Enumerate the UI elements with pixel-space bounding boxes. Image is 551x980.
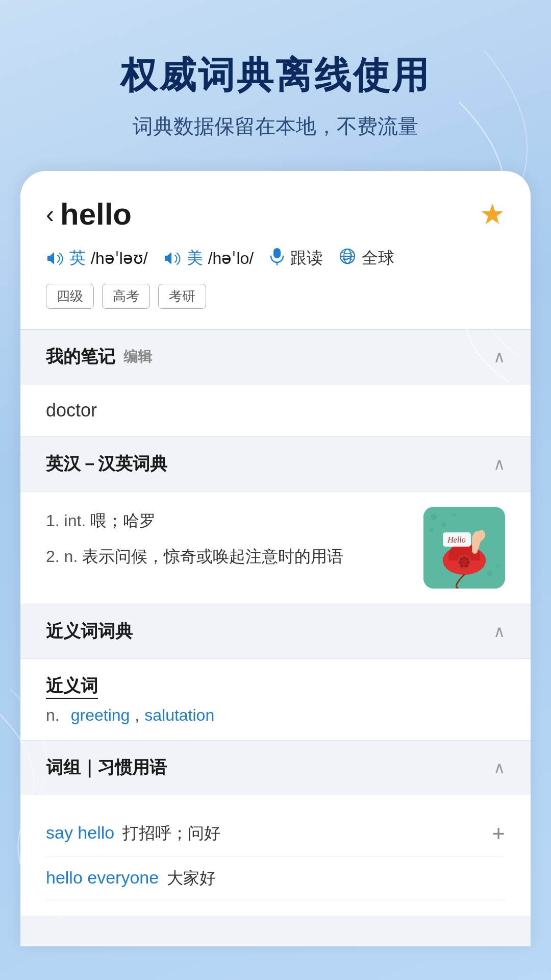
- svg-point-10: [487, 570, 493, 576]
- svg-point-20: [461, 565, 463, 568]
- pron-british-label: 英: [69, 247, 86, 270]
- svg-point-7: [441, 522, 446, 527]
- dict-definitions: 1. int. 喂；哈罗 2. n. 表示问候，惊奇或唤起注意时的用语: [46, 507, 408, 579]
- follow-read-label: 跟读: [290, 247, 323, 270]
- top-header: 权威词典离线使用 词典数据保留在本地，不费流量: [0, 0, 551, 171]
- synonyms-chevron-icon: ∧: [493, 622, 505, 641]
- bookmark-star-icon[interactable]: ★: [480, 198, 505, 231]
- svg-text:Hello: Hello: [447, 535, 466, 544]
- svg-point-16: [463, 556, 466, 559]
- speaker-icon-american[interactable]: [163, 249, 182, 267]
- synonym-pos: n.: [46, 706, 60, 725]
- dictionary-content: 1. int. 喂；哈罗 2. n. 表示问候，惊奇或唤起注意时的用语: [20, 492, 531, 604]
- phrase-left-2: hello everyone 大家好: [46, 867, 216, 890]
- pron-british-ipa: /həˈləʊ/: [91, 249, 148, 268]
- pron-american[interactable]: 美 /həˈlo/: [163, 247, 254, 270]
- svg-point-6: [431, 514, 437, 520]
- notes-content: doctor: [20, 384, 531, 436]
- note-text: doctor: [46, 400, 505, 421]
- phrases-title: 词组｜习惯用语: [46, 756, 167, 779]
- pron-american-label: 美: [187, 247, 203, 270]
- svg-point-8: [429, 528, 433, 532]
- synonyms-title: 近义词词典: [46, 620, 133, 643]
- dictionary-title: 英汉－汉英词典: [46, 452, 167, 476]
- pron-american-ipa: /həˈlo/: [208, 249, 254, 268]
- tag-gaokao: 高考: [102, 284, 150, 309]
- phrase-meaning-2: 大家好: [167, 867, 216, 890]
- dictionary-chevron-icon: ∧: [493, 454, 505, 474]
- global-icon: [338, 247, 357, 270]
- phrases-section-header[interactable]: 词组｜习惯用语 ∧: [20, 741, 531, 795]
- bottom-spacer: [20, 916, 531, 946]
- notes-title: 我的笔记 编辑: [46, 345, 152, 369]
- dict-def-2: 2. n. 表示问候，惊奇或唤起注意时的用语: [46, 543, 408, 570]
- main-card: ‹ hello ★ 英 /həˈləʊ/: [20, 171, 531, 946]
- phrase-item-2: hello everyone 大家好: [46, 857, 505, 900]
- notes-edit-button[interactable]: 编辑: [123, 347, 152, 366]
- svg-point-18: [467, 561, 470, 564]
- phrase-item-1: say hello 打招呼；问好 +: [46, 811, 505, 857]
- follow-read-button[interactable]: 跟读: [269, 247, 323, 270]
- synonym-row: n. greeting , salutation: [46, 706, 505, 725]
- notes-chevron-icon: ∧: [493, 347, 505, 366]
- tag-kaoyan: 考研: [158, 284, 206, 309]
- phrase-add-button-1[interactable]: +: [492, 821, 505, 846]
- svg-rect-0: [273, 248, 281, 258]
- mic-icon: [269, 247, 285, 270]
- synonym-label: 近义词: [46, 674, 98, 699]
- svg-point-22: [460, 558, 463, 560]
- phrase-left-1: say hello 打招呼；问好: [46, 822, 220, 845]
- phrase-word-1[interactable]: say hello: [46, 823, 114, 843]
- synonym-word-1[interactable]: greeting: [71, 706, 130, 725]
- pronunciation-row: 英 /həˈləʊ/ 美 /həˈlo/: [46, 247, 505, 270]
- svg-point-17: [466, 558, 469, 560]
- word-header: ‹ hello ★ 英 /həˈləʊ/: [20, 171, 531, 329]
- dict-def-1: 1. int. 喂；哈罗: [46, 507, 408, 534]
- svg-point-9: [452, 512, 456, 517]
- notes-section-header[interactable]: 我的笔记 编辑 ∧: [20, 330, 531, 384]
- global-button[interactable]: 全球: [338, 247, 394, 270]
- speaker-icon-british[interactable]: [46, 249, 64, 267]
- dict-entry: 1. int. 喂；哈罗 2. n. 表示问候，惊奇或唤起注意时的用语: [46, 507, 505, 589]
- word-back-row: ‹ hello: [46, 197, 132, 232]
- pron-british[interactable]: 英 /həˈləʊ/: [46, 247, 148, 270]
- dictionary-section-header[interactable]: 英汉－汉英词典 ∧: [20, 437, 531, 491]
- svg-point-19: [466, 565, 468, 568]
- synonyms-section-header[interactable]: 近义词词典 ∧: [20, 604, 531, 658]
- main-title: 权威词典离线使用: [31, 51, 520, 100]
- phrase-meaning-1: 打招呼；问好: [122, 822, 220, 845]
- phrases-chevron-icon: ∧: [493, 758, 505, 777]
- main-subtitle: 词典数据保留在本地，不费流量: [31, 112, 520, 140]
- word-title: hello: [60, 197, 132, 232]
- phrases-content: say hello 打招呼；问好 + hello everyone 大家好: [20, 795, 531, 916]
- tag-cet4: 四级: [46, 284, 94, 309]
- tags-row: 四级 高考 考研: [46, 284, 505, 309]
- synonyms-content: 近义词 n. greeting , salutation: [20, 659, 531, 740]
- svg-point-21: [459, 561, 462, 564]
- synonym-word-2[interactable]: salutation: [144, 706, 214, 725]
- hello-image: Hello: [423, 507, 505, 589]
- back-button[interactable]: ‹: [46, 202, 54, 227]
- global-label: 全球: [362, 247, 394, 270]
- phrase-word-2[interactable]: hello everyone: [46, 868, 159, 888]
- svg-point-11: [495, 564, 499, 568]
